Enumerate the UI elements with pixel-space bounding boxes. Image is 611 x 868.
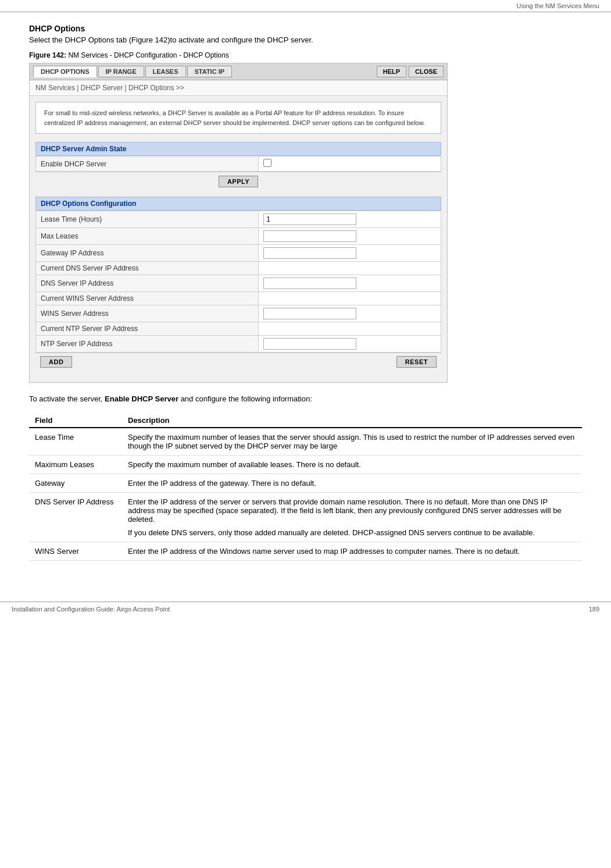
footer-right: 189 xyxy=(589,606,599,613)
enable-dhcp-cell xyxy=(259,156,441,172)
max-leases-cell xyxy=(259,228,441,245)
current-ntp-cell xyxy=(259,322,441,336)
current-dns-row: Current DNS Server IP Address xyxy=(36,262,441,275)
wins-address-cell xyxy=(259,305,441,322)
wins-address-label: WINS Server Address xyxy=(36,305,259,322)
enable-dhcp-row: Enable DHCP Server xyxy=(36,156,441,172)
current-ntp-label: Current NTP Server IP Address xyxy=(36,322,259,336)
gateway-ip-label: Gateway IP Address xyxy=(36,245,259,262)
field-table-header: Field Description xyxy=(29,414,582,428)
main-content: DHCP Options Select the DHCP Options tab… xyxy=(0,12,611,584)
tab-leases[interactable]: LEASES xyxy=(145,66,186,77)
current-ntp-row: Current NTP Server IP Address xyxy=(36,322,441,336)
field-name-2: Gateway xyxy=(29,474,122,493)
field-name-0: Lease Time xyxy=(29,428,122,456)
field-desc-2: Enter the IP address of the gateway. The… xyxy=(122,474,582,493)
section-intro: Select the DHCP Options tab (Figure 142)… xyxy=(29,35,582,44)
apply-button-row: APPLY xyxy=(35,172,441,191)
max-leases-input[interactable] xyxy=(263,230,356,242)
ntp-ip-input[interactable] xyxy=(263,338,356,350)
close-button[interactable]: CLOSE xyxy=(409,66,444,77)
dns-ip-cell xyxy=(259,275,441,292)
field-row-0: Lease TimeSpecify the maximum number of … xyxy=(29,428,582,456)
lease-time-label: Lease Time (Hours) xyxy=(36,211,259,228)
wins-address-input[interactable] xyxy=(263,308,356,319)
enable-dhcp-checkbox[interactable] xyxy=(263,159,271,167)
field-description-table: Field Description Lease TimeSpecify the … xyxy=(29,414,582,561)
lease-time-cell xyxy=(259,211,441,228)
config-section-header: DHCP Options Configuration xyxy=(35,197,441,211)
current-wins-label: Current WINS Server Address xyxy=(36,292,259,305)
reset-button[interactable]: RESET xyxy=(396,356,437,368)
col-field: Field xyxy=(29,414,122,428)
page-header: Using the NM Services Menu xyxy=(0,0,611,12)
dhcp-config-section: DHCP Options Configuration Lease Time (H… xyxy=(35,197,441,371)
current-wins-cell xyxy=(259,292,441,305)
enable-dhcp-label: Enable DHCP Server xyxy=(36,156,259,172)
ui-panel: DHCP OPTIONS IP RANGE LEASES STATIC IP H… xyxy=(29,63,448,383)
tab-dhcp-options[interactable]: DHCP OPTIONS xyxy=(33,66,97,77)
lease-time-input[interactable] xyxy=(263,214,356,225)
section-title: DHCP Options xyxy=(29,24,582,33)
field-row-3: DNS Server IP AddressEnter the IP addres… xyxy=(29,493,582,542)
field-row-1: Maximum LeasesSpecify the maximum number… xyxy=(29,456,582,474)
current-dns-cell xyxy=(259,262,441,275)
current-dns-label: Current DNS Server IP Address xyxy=(36,262,259,275)
lease-time-row: Lease Time (Hours) xyxy=(36,211,441,228)
footer-left: Installation and Configuration Guide: Ai… xyxy=(12,606,170,613)
activate-text: To activate the server, Enable DHCP Serv… xyxy=(29,394,582,403)
col-description: Description xyxy=(122,414,582,428)
page-footer: Installation and Configuration Guide: Ai… xyxy=(0,602,611,616)
figure-caption: Figure 142: NM Services - DHCP Configura… xyxy=(29,51,582,59)
field-name-1: Maximum Leases xyxy=(29,456,122,474)
panel-body: For small to mid-sized wireless networks… xyxy=(30,96,447,382)
gateway-ip-input[interactable] xyxy=(263,247,356,259)
admin-section-header: DHCP Server Admin State xyxy=(35,142,441,156)
dns-ip-input[interactable] xyxy=(263,278,356,289)
ntp-ip-cell xyxy=(259,336,441,353)
ntp-ip-label: NTP Server IP Address xyxy=(36,336,259,353)
admin-form-table: Enable DHCP Server xyxy=(35,156,441,172)
admin-state-section: DHCP Server Admin State Enable DHCP Serv… xyxy=(35,142,441,191)
field-row-4: WINS ServerEnter the IP address of the W… xyxy=(29,542,582,561)
info-box: For small to mid-sized wireless networks… xyxy=(35,102,441,134)
max-leases-label: Max Leases xyxy=(36,228,259,245)
config-form-table: Lease Time (Hours) Max Leases Gateway IP… xyxy=(35,211,441,353)
wins-address-row: WINS Server Address xyxy=(36,305,441,322)
breadcrumb: NM Services | DHCP Server | DHCP Options… xyxy=(30,80,447,96)
field-desc-0: Specify the maximum number of leases tha… xyxy=(122,428,582,456)
bottom-button-row: ADD RESET xyxy=(35,353,441,371)
tab-ip-range[interactable]: IP RANGE xyxy=(98,66,144,77)
tab-bar: DHCP OPTIONS IP RANGE LEASES STATIC IP H… xyxy=(30,63,447,80)
dns-ip-label: DNS Server IP Address xyxy=(36,275,259,292)
field-name-4: WINS Server xyxy=(29,542,122,561)
field-row-2: GatewayEnter the IP address of the gatew… xyxy=(29,474,582,493)
max-leases-row: Max Leases xyxy=(36,228,441,245)
field-desc-4: Enter the IP address of the Windows name… xyxy=(122,542,582,561)
ntp-ip-row: NTP Server IP Address xyxy=(36,336,441,353)
dns-ip-row: DNS Server IP Address xyxy=(36,275,441,292)
header-title: Using the NM Services Menu xyxy=(517,2,599,9)
field-desc-3: Enter the IP address of the server or se… xyxy=(122,493,582,542)
tab-static-ip[interactable]: STATIC IP xyxy=(187,66,233,77)
gateway-ip-cell xyxy=(259,245,441,262)
add-button[interactable]: ADD xyxy=(40,356,72,368)
field-desc-1: Specify the maximum number of available … xyxy=(122,456,582,474)
field-name-3: DNS Server IP Address xyxy=(29,493,122,542)
help-button[interactable]: HELP xyxy=(377,66,406,77)
apply-button[interactable]: APPLY xyxy=(219,176,258,187)
current-wins-row: Current WINS Server Address xyxy=(36,292,441,305)
gateway-ip-row: Gateway IP Address xyxy=(36,245,441,262)
